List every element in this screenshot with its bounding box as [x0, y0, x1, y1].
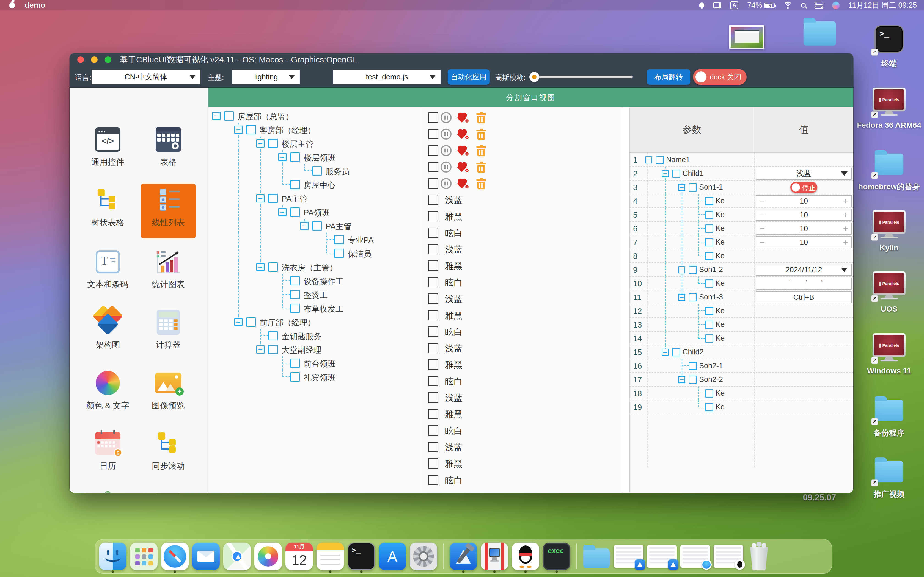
tree-checkbox[interactable]	[705, 389, 713, 398]
list-row[interactable]: +	[422, 175, 622, 192]
org-tree-row[interactable]: 整烫工	[208, 288, 422, 301]
sidebar-item-3[interactable]: 线性列表	[141, 184, 196, 239]
list-checkbox[interactable]	[428, 326, 438, 337]
list-checkbox[interactable]	[428, 178, 438, 189]
table-row[interactable]: 2 Child1浅蓝	[630, 167, 853, 181]
tree-checkbox[interactable]	[225, 111, 234, 121]
dock-item-finder[interactable]	[99, 539, 126, 574]
heart-add-icon[interactable]: +	[457, 162, 468, 172]
desktop-shortcut[interactable]: || Parallels↗ Windows 11	[866, 331, 913, 376]
dock-item-photos[interactable]	[254, 539, 282, 574]
desktop-shortcut[interactable]: ↗ homebrew的替身	[866, 146, 913, 192]
desktop-shortcut[interactable]: >_↗ 终端	[866, 23, 913, 69]
table-row[interactable]: 9 Son1-22024/11/12	[630, 263, 853, 277]
minus-icon[interactable]: −	[759, 210, 765, 220]
tree-expander[interactable]	[278, 208, 286, 216]
tree-expander[interactable]	[256, 345, 265, 354]
table-row[interactable]: 6 Ke−10+	[630, 222, 853, 235]
list-checkbox[interactable]	[428, 145, 438, 156]
sidebar-item-4[interactable]: T 文本和条码	[80, 245, 135, 300]
control-center-icon[interactable]	[814, 2, 823, 9]
value-field[interactable]: Ctrl+B	[756, 291, 852, 303]
dock-item-terminal[interactable]: >_	[347, 539, 375, 574]
org-tree-row[interactable]: PA主管	[208, 192, 422, 205]
tree-expander[interactable]	[678, 376, 685, 383]
org-tree-row[interactable]: 保洁员	[208, 247, 422, 260]
plus-icon[interactable]: +	[843, 224, 848, 234]
tree-checkbox[interactable]	[291, 153, 300, 162]
battery-status[interactable]: 74%	[747, 1, 775, 10]
table-row[interactable]: 7 Ke−10+	[630, 235, 853, 249]
org-tree-row[interactable]: 礼宾领班	[208, 370, 422, 384]
tree-checkbox[interactable]	[291, 276, 300, 285]
list-row[interactable]: 雅黑	[422, 208, 622, 224]
list-row[interactable]: 浅蓝	[422, 241, 622, 258]
pause-icon[interactable]	[441, 112, 452, 123]
sidebar-item-8[interactable]: 颜色 & 文字	[80, 366, 135, 421]
tree-checkbox[interactable]	[334, 249, 344, 258]
heart-add-icon[interactable]: +	[457, 146, 468, 156]
list-row[interactable]: 眩白	[422, 472, 622, 488]
desktop-screenshot-thumbnail[interactable]	[729, 25, 764, 49]
list-checkbox[interactable]	[428, 392, 438, 403]
pause-icon[interactable]	[441, 129, 452, 140]
org-tree-row[interactable]: 楼层领班	[208, 150, 422, 164]
table-row[interactable]: 13 Ke	[630, 318, 853, 332]
sidebar-item-9[interactable]: + 图像预览	[141, 366, 196, 421]
desktop-shortcut[interactable]: ↗ 推广视频	[866, 453, 913, 500]
notification-bell-icon[interactable]	[699, 2, 704, 8]
table-row[interactable]: 17 Son2-2	[630, 373, 853, 387]
tree-expander[interactable]	[662, 170, 669, 177]
org-tree-row[interactable]: 客房部（经理）	[208, 123, 422, 137]
list-checkbox[interactable]	[428, 310, 438, 321]
script-select[interactable]: test_demo.js	[333, 69, 441, 84]
tree-checkbox[interactable]	[688, 183, 697, 192]
org-tree-row[interactable]: PA领班	[208, 205, 422, 219]
minus-icon[interactable]: −	[759, 224, 765, 234]
tree-expander[interactable]	[234, 318, 242, 326]
pause-icon[interactable]	[441, 161, 452, 172]
tree-checkbox[interactable]	[688, 362, 697, 370]
list-row[interactable]: +	[422, 142, 622, 159]
minus-icon[interactable]: −	[759, 237, 765, 248]
auto-apply-button[interactable]: 自动化应用	[448, 69, 489, 85]
dock-item-notes[interactable]	[317, 539, 344, 574]
dock-item-xcode[interactable]	[450, 539, 477, 574]
sidebar-item-7[interactable]: 计算器	[141, 306, 196, 361]
list-row[interactable]: 眩白	[422, 323, 622, 340]
zoom-button[interactable]	[105, 56, 111, 63]
value-stepper[interactable]: −10+	[756, 236, 852, 248]
list-row[interactable]: 眩白	[422, 373, 622, 389]
tree-checkbox[interactable]	[672, 169, 680, 178]
sidebar-item-5[interactable]: 统计图表	[141, 245, 196, 300]
tree-checkbox[interactable]	[705, 197, 713, 205]
table-row[interactable]: 16 Son2-1	[630, 359, 853, 373]
list-row[interactable]: 雅黑	[422, 307, 622, 323]
dock-item-parallels[interactable]	[481, 539, 508, 574]
trash-icon[interactable]	[476, 145, 486, 156]
tree-checkbox[interactable]	[291, 290, 300, 299]
dock-item-appstore[interactable]: A	[379, 539, 406, 574]
tree-checkbox[interactable]	[268, 194, 278, 203]
tree-checkbox[interactable]	[334, 235, 344, 244]
trash-icon[interactable]	[476, 112, 486, 124]
tree-checkbox[interactable]	[705, 224, 713, 233]
theme-select[interactable]: lighting	[233, 69, 300, 84]
dock-minimized-window[interactable]	[647, 539, 677, 574]
org-tree-row[interactable]: 楼层主管	[208, 137, 422, 150]
tree-expander[interactable]	[678, 294, 685, 301]
org-tree-row[interactable]: 专业PA	[208, 233, 422, 247]
list-checkbox[interactable]	[428, 277, 438, 287]
tree-expander[interactable]	[278, 153, 286, 161]
trash-icon[interactable]	[476, 129, 486, 140]
list-row[interactable]: 浅蓝	[422, 290, 622, 307]
tree-checkbox[interactable]	[291, 372, 300, 382]
list-checkbox[interactable]	[428, 112, 438, 123]
value-dropdown[interactable]: 浅蓝	[756, 168, 852, 180]
org-tree-row[interactable]: 前台领班	[208, 356, 422, 370]
tree-checkbox[interactable]	[705, 252, 713, 260]
value-dms-field[interactable]: °′″	[756, 277, 852, 290]
list-row[interactable]: 浅蓝	[422, 192, 622, 208]
tree-checkbox[interactable]	[268, 139, 278, 148]
dock-item-launchpad[interactable]	[130, 539, 158, 574]
